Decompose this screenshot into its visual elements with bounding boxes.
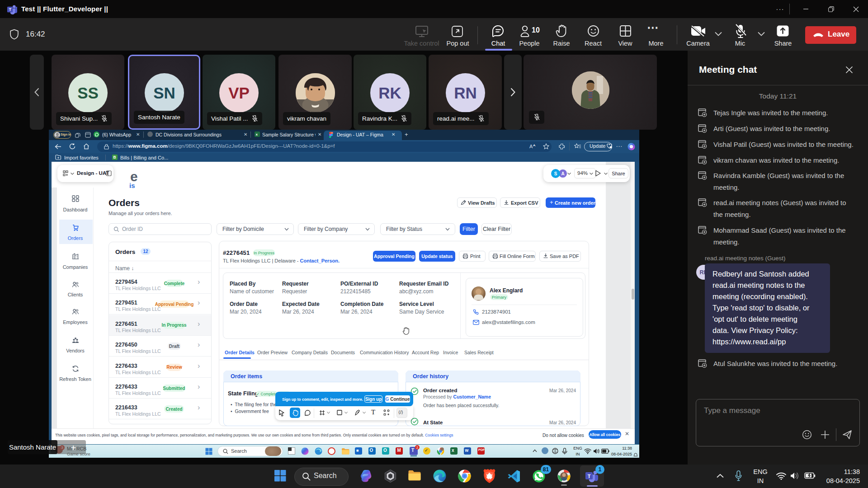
svg-text:T: T bbox=[9, 7, 11, 12]
svg-text:T: T bbox=[588, 474, 591, 479]
